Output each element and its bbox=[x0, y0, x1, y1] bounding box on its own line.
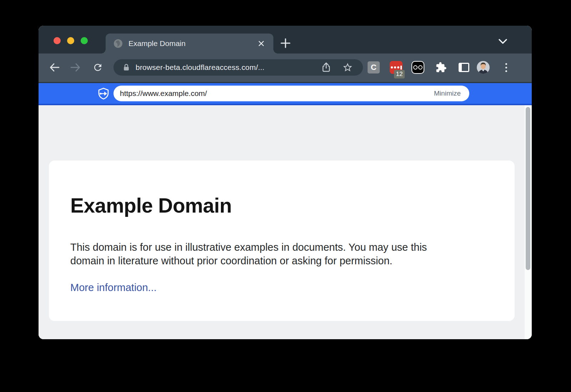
password-manager-extension-icon[interactable]: 12 bbox=[390, 61, 403, 74]
browser-window: Example Domain bbox=[39, 26, 532, 339]
tab-example-domain[interactable]: Example Domain bbox=[106, 34, 273, 54]
extension-c-icon[interactable]: C bbox=[367, 61, 380, 74]
traffic-light-zoom-button[interactable] bbox=[81, 37, 88, 44]
example-domain-card: Example Domain This domain is for use in… bbox=[49, 161, 515, 321]
traffic-light-minimize-button[interactable] bbox=[67, 37, 74, 44]
minimize-button[interactable]: Minimize bbox=[434, 90, 461, 97]
scrollbar-thumb[interactable] bbox=[526, 107, 530, 270]
isolation-url-bar: https://www.example.com/ Minimize bbox=[39, 83, 532, 105]
new-tab-button[interactable] bbox=[278, 36, 293, 50]
page-body: This domain is for use in illustrative e… bbox=[70, 240, 491, 268]
share-icon[interactable] bbox=[320, 61, 332, 73]
reload-button[interactable] bbox=[90, 60, 106, 75]
page-content: Example Domain This domain is for use in… bbox=[39, 105, 532, 339]
forward-button[interactable] bbox=[67, 60, 83, 75]
isolation-url-text[interactable]: https://www.example.com/ bbox=[120, 89, 207, 98]
address-bar[interactable]: browser-beta.cloudflareaccess.com/... bbox=[113, 59, 363, 76]
profile-avatar[interactable] bbox=[477, 61, 490, 74]
three-dot-menu-icon[interactable] bbox=[500, 61, 512, 74]
scrollbar-track[interactable] bbox=[525, 105, 532, 339]
extension-badge: 12 bbox=[394, 70, 405, 78]
tab-bar: Example Domain bbox=[39, 26, 532, 54]
tab-title: Example Domain bbox=[128, 39, 256, 48]
tab-search-chevron-down-icon[interactable] bbox=[498, 39, 507, 45]
reload-icon bbox=[92, 62, 103, 73]
tab-close-icon[interactable] bbox=[256, 39, 266, 49]
bookmark-star-icon[interactable] bbox=[342, 61, 354, 73]
address-bar-url[interactable]: browser-beta.cloudflareaccess.com/... bbox=[136, 63, 320, 72]
lock-icon[interactable] bbox=[122, 63, 131, 72]
side-panel-icon[interactable] bbox=[458, 61, 470, 74]
globe-favicon-icon bbox=[113, 39, 123, 48]
more-information-link[interactable]: More information... bbox=[70, 282, 157, 294]
forward-arrow-icon bbox=[70, 62, 81, 73]
page-title: Example Domain bbox=[70, 194, 493, 217]
shield-arrow-icon bbox=[98, 88, 109, 100]
back-arrow-icon bbox=[49, 62, 60, 73]
plus-icon bbox=[280, 38, 291, 49]
oo-extension-icon[interactable] bbox=[411, 61, 424, 74]
back-button[interactable] bbox=[47, 60, 62, 75]
extensions-puzzle-icon[interactable] bbox=[435, 61, 448, 74]
isolation-url-input[interactable]: https://www.example.com/ Minimize bbox=[113, 86, 469, 101]
traffic-light-close-button[interactable] bbox=[54, 37, 61, 44]
browser-toolbar: browser-beta.cloudflareaccess.com/... C bbox=[39, 54, 532, 83]
